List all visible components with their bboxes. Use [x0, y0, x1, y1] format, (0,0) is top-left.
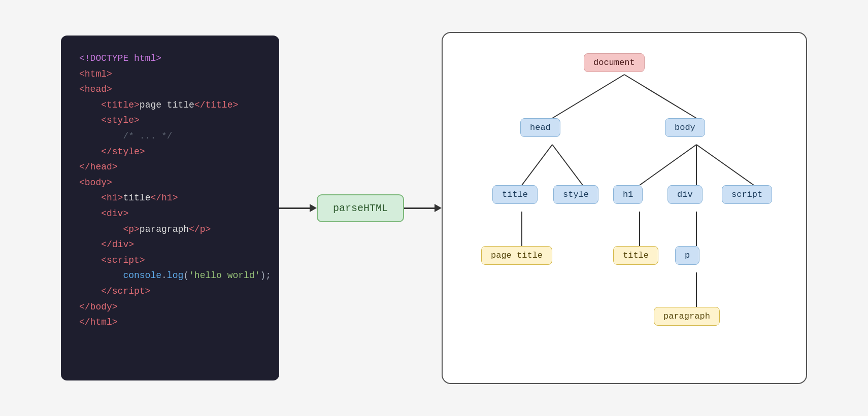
- code-line: <div>: [79, 206, 261, 222]
- node-title-head: title: [492, 185, 538, 204]
- code-line: console.log('hello world');: [79, 268, 261, 284]
- svg-line-5: [640, 145, 696, 185]
- code-line: <script>: [79, 253, 261, 268]
- arrow-2: [404, 204, 442, 212]
- node-paragraph: paragraph: [654, 307, 720, 326]
- node-p: p: [675, 246, 699, 265]
- arrow-1: [279, 204, 317, 212]
- code-line: <p>paragraph</p>: [79, 222, 261, 237]
- code-panel: <!DOCTYPE html><html><head> <title>page …: [61, 36, 279, 380]
- parse-html-box: parseHTML: [317, 194, 404, 222]
- node-script: script: [722, 185, 772, 204]
- code-line: </style>: [79, 144, 261, 160]
- code-line: </body>: [79, 299, 261, 315]
- node-title-body: title: [613, 246, 658, 265]
- parse-label: parseHTML: [333, 202, 388, 214]
- node-document: document: [584, 53, 645, 72]
- main-container: <!DOCTYPE html><html><head> <title>page …: [0, 0, 868, 416]
- tree-panel: document head body title style page titl…: [442, 32, 807, 384]
- node-style: style: [553, 185, 598, 204]
- code-line: </html>: [79, 315, 261, 330]
- code-line: </div>: [79, 237, 261, 253]
- code-line: </head>: [79, 159, 261, 175]
- svg-line-7: [696, 145, 754, 185]
- tree-inner: document head body title style page titl…: [462, 48, 787, 363]
- node-body: body: [665, 118, 705, 137]
- code-line: /* ... */: [79, 128, 261, 144]
- node-h1: h1: [613, 185, 643, 204]
- node-div: div: [667, 185, 703, 204]
- node-head: head: [520, 118, 560, 137]
- code-line: <style>: [79, 113, 261, 128]
- code-line: <body>: [79, 175, 261, 191]
- code-line: <head>: [79, 82, 261, 97]
- svg-line-3: [552, 145, 583, 185]
- code-line: <title>page title</title>: [79, 97, 261, 113]
- svg-line-2: [522, 145, 552, 185]
- node-page-title: page title: [481, 246, 552, 265]
- svg-line-1: [624, 75, 696, 118]
- svg-line-0: [552, 75, 624, 118]
- code-line: </script>: [79, 284, 261, 299]
- code-line: <h1>title</h1>: [79, 190, 261, 206]
- code-line: <html>: [79, 66, 261, 82]
- code-line: <!DOCTYPE html>: [79, 51, 261, 66]
